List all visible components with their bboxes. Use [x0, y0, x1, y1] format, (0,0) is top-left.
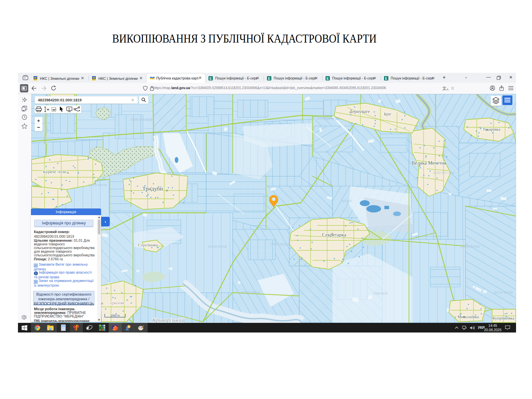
svg-text:ДОЛЯ ВРОЖ: ДОЛЯ ВРОЖ [207, 245, 227, 248]
svg-text:Тридуби: Тридуби [142, 186, 163, 192]
svg-text:Секретарка: Секретарка [322, 232, 346, 237]
svg-text:1000 m: 1000 m [110, 314, 120, 317]
svg-text:E: E [268, 76, 270, 80]
svg-text:КОЛОС: КОЛОС [341, 199, 353, 203]
svg-text:ГНИЛЮХ: ГНИЛЮХ [373, 292, 388, 295]
svg-text:Миколаївка: Миколаївка [458, 314, 479, 319]
svg-text:ГНИЛ ВОДОК: ГНИЛ ВОДОК [270, 242, 292, 246]
svg-text:M: M [47, 108, 49, 111]
svg-text:Велика Мечетня: Велика Мечетня [412, 160, 447, 166]
svg-text:E: E [327, 76, 329, 80]
svg-text:M²: M² [53, 108, 56, 111]
svg-text:урилове: урилове [110, 300, 125, 305]
svg-text:E: E [385, 76, 387, 80]
svg-text:ЗОРЯ ВОСХОД: ЗОРЯ ВОСХОД [433, 171, 455, 175]
svg-text:ДОЛЯ ВРОЖ: ДОЛЯ ВРОЖ [460, 245, 480, 248]
svg-text:ДОЛЯ ВРОЖ: ДОЛЯ ВРОЖ [88, 183, 107, 187]
svg-text:ЗОРЯ ВОСХОД: ЗОРЯ ВОСХОД [130, 118, 152, 121]
svg-text:Тернувате: Тернувате [350, 109, 370, 114]
svg-text:Сорочинка: Сорочинка [138, 242, 158, 247]
svg-text:Бріг: Бріг [384, 111, 392, 116]
svg-text:Криворізький: Криворізький [152, 317, 185, 323]
svg-text:Купріянівка: Купріянівка [492, 316, 514, 321]
svg-text:ДОЛЯ ВРОЖ: ДОЛЯ ВРОЖ [493, 291, 513, 294]
svg-text:ДОЛЯ ВРОЖ: ДОЛЯ ВРОЖ [241, 291, 260, 294]
svg-text:ЗОРЯ ВОСХОД: ЗОРЯ ВОСХОД [317, 117, 338, 121]
svg-text:E: E [209, 76, 212, 80]
svg-text:Токарівка: Токарівка [482, 127, 500, 132]
svg-text:Куряче Лози: Куряче Лози [43, 169, 66, 174]
svg-text:?: ? [68, 107, 70, 111]
